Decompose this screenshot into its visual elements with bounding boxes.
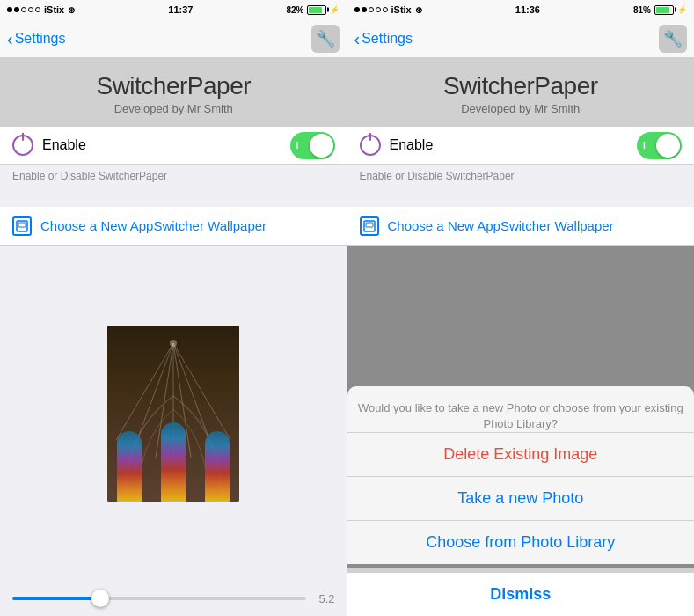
dot2r bbox=[362, 7, 367, 12]
battery-icon-right bbox=[654, 5, 674, 15]
window-3 bbox=[205, 431, 230, 502]
enable-toggle-right[interactable]: I bbox=[637, 132, 682, 159]
take-photo-button[interactable]: Take a new Photo bbox=[347, 476, 695, 520]
nav-bar-left: ‹ Settings 🔧 bbox=[0, 19, 347, 58]
arch-container bbox=[107, 378, 239, 502]
wifi-icon-right: ⊛ bbox=[415, 5, 422, 15]
dot4r bbox=[376, 7, 381, 12]
status-left: iStix ⊛ bbox=[7, 4, 75, 15]
status-left-right: iStix ⊛ bbox=[354, 4, 422, 15]
wallpaper-svg-right bbox=[363, 220, 376, 232]
nav-icon-left: 🔧 bbox=[311, 25, 340, 53]
battery-percent-right: 81% bbox=[633, 5, 651, 15]
back-label: Settings bbox=[15, 31, 66, 47]
signal-dots-right bbox=[354, 7, 388, 12]
wallpaper-label-left: Choose a New AppSwitcher Wallpaper bbox=[40, 218, 267, 233]
lightning-icon: ⚡ bbox=[330, 5, 340, 14]
nav-icon-right: 🔧 bbox=[659, 25, 687, 53]
enable-label-left: Enable bbox=[42, 137, 281, 153]
app-subtitle-left: Developed by Mr Smith bbox=[114, 102, 233, 115]
back-button-right[interactable]: ‹ Settings bbox=[354, 30, 413, 48]
time-display: 11:37 bbox=[168, 4, 193, 15]
time-display-right: 11:36 bbox=[515, 4, 540, 15]
toggle-knob-left bbox=[310, 134, 333, 158]
svg-point-9 bbox=[170, 340, 177, 347]
action-sheet-buttons: Delete Existing Image Take a new Photo C… bbox=[347, 432, 695, 564]
delete-button[interactable]: Delete Existing Image bbox=[347, 432, 695, 476]
church-vault bbox=[107, 326, 239, 502]
status-bar-right: iStix ⊛ 11:36 81% ⚡ bbox=[347, 0, 695, 19]
battery-fill-right bbox=[656, 7, 669, 13]
wallpaper-row-left[interactable]: Choose a New AppSwitcher Wallpaper bbox=[0, 207, 347, 246]
lightning-icon-right: ⚡ bbox=[677, 5, 687, 14]
status-right: 82% ⚡ bbox=[286, 5, 340, 15]
slider-thumb[interactable] bbox=[91, 590, 109, 607]
app-title-right: SwitcherPaper bbox=[443, 72, 598, 100]
dot3 bbox=[21, 7, 26, 12]
slider-fill bbox=[12, 597, 100, 600]
power-line-right bbox=[369, 134, 371, 141]
content-area-right: Would you like to take a new Photo or ch… bbox=[347, 246, 695, 616]
left-panel: iStix ⊛ 11:37 82% ⚡ ‹ Settings 🔧 Switche… bbox=[0, 0, 347, 616]
svg-rect-1 bbox=[18, 223, 26, 227]
app-subtitle-right: Developed by Mr Smith bbox=[461, 102, 580, 115]
svg-rect-11 bbox=[366, 223, 373, 227]
slider-value: 5.2 bbox=[313, 592, 335, 605]
battery-fill bbox=[309, 7, 322, 13]
image-preview-left bbox=[0, 246, 347, 581]
right-panel: iStix ⊛ 11:36 81% ⚡ ‹ Settings 🔧 Switche… bbox=[347, 0, 695, 616]
enable-row-right[interactable]: Enable I bbox=[347, 126, 695, 165]
wifi-icon: ⊛ bbox=[68, 5, 75, 15]
settings-section-left: Enable I Enable or Disable SwitcherPaper bbox=[0, 126, 347, 189]
signal-dots bbox=[7, 7, 40, 12]
slider-area-left: 5.2 bbox=[0, 581, 347, 616]
wallpaper-svg bbox=[16, 220, 28, 232]
dot4 bbox=[28, 7, 33, 12]
app-header-left: SwitcherPaper Developed by Mr Smith bbox=[0, 58, 347, 126]
toggle-knob-right bbox=[656, 134, 680, 158]
wallpaper-row-right[interactable]: Choose a New AppSwitcher Wallpaper bbox=[347, 207, 695, 246]
enable-footer-left: Enable or Disable SwitcherPaper bbox=[0, 165, 347, 189]
back-arrow-icon-right: ‹ bbox=[354, 30, 361, 48]
dot2 bbox=[14, 7, 19, 12]
wallpaper-icon-left bbox=[12, 216, 32, 236]
power-icon-left bbox=[12, 135, 33, 156]
action-sheet-message: Would you like to take a new Photo or ch… bbox=[347, 386, 695, 432]
battery-icon bbox=[307, 5, 326, 15]
slider-track[interactable] bbox=[12, 597, 306, 600]
church-image bbox=[107, 326, 239, 502]
dot5r bbox=[383, 7, 388, 12]
enable-footer-right: Enable or Disable SwitcherPaper bbox=[347, 165, 695, 189]
dismiss-button[interactable]: Dismiss bbox=[347, 568, 695, 616]
battery-percent: 82% bbox=[286, 5, 303, 15]
enable-row-left[interactable]: Enable I bbox=[0, 126, 347, 165]
carrier-label-right: iStix bbox=[391, 4, 412, 15]
back-label-right: Settings bbox=[362, 31, 413, 47]
status-bar-left: iStix ⊛ 11:37 82% ⚡ bbox=[0, 0, 347, 19]
enable-toggle-left[interactable]: I bbox=[290, 132, 335, 159]
window-2 bbox=[161, 422, 186, 502]
back-button-left[interactable]: ‹ Settings bbox=[7, 30, 65, 48]
power-icon-right bbox=[360, 135, 381, 156]
carrier-label: iStix bbox=[44, 4, 64, 15]
action-sheet-text: Would you like to take a new Photo or ch… bbox=[358, 400, 684, 432]
wallpaper-icon-right bbox=[360, 216, 379, 236]
dot1r bbox=[354, 7, 360, 12]
app-title-left: SwitcherPaper bbox=[96, 72, 251, 100]
power-line bbox=[22, 134, 24, 141]
back-arrow-icon: ‹ bbox=[7, 30, 13, 48]
action-sheet: Would you like to take a new Photo or ch… bbox=[347, 386, 695, 616]
status-right-right: 81% ⚡ bbox=[633, 5, 687, 15]
app-header-right: SwitcherPaper Developed by Mr Smith bbox=[347, 58, 695, 126]
window-1 bbox=[117, 431, 142, 502]
settings-section-right: Enable I Enable or Disable SwitcherPaper bbox=[347, 126, 695, 189]
action-sheet-overlay: Would you like to take a new Photo or ch… bbox=[347, 246, 695, 616]
dot1 bbox=[7, 7, 12, 12]
toggle-label-left: I bbox=[296, 141, 299, 150]
dot3r bbox=[369, 7, 374, 12]
dot5 bbox=[35, 7, 40, 12]
choose-library-button[interactable]: Choose from Photo Library bbox=[347, 520, 695, 564]
toggle-label-right: I bbox=[643, 141, 646, 150]
nav-bar-right: ‹ Settings 🔧 bbox=[347, 19, 695, 58]
enable-label-right: Enable bbox=[390, 137, 629, 153]
